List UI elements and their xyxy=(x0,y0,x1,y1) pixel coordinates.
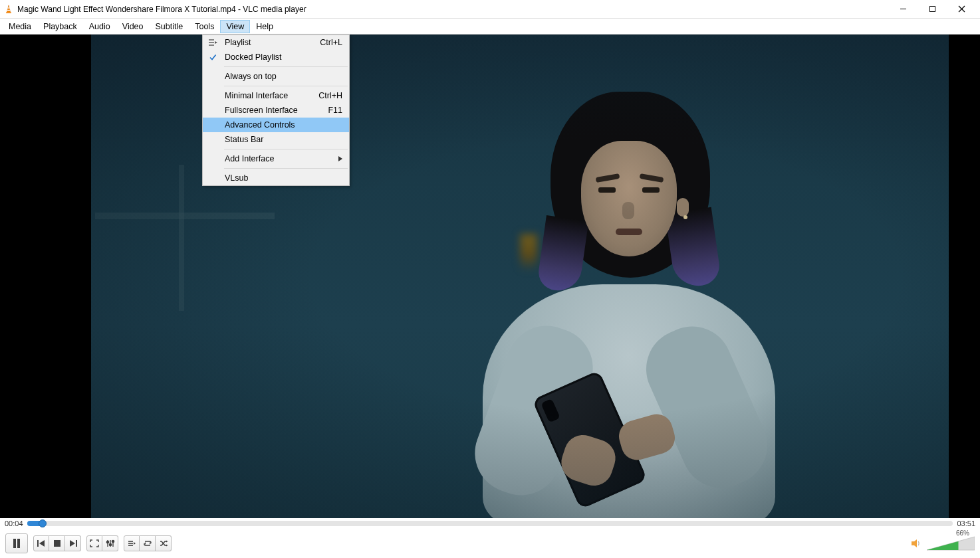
svg-rect-3 xyxy=(6,12,11,13)
svg-point-25 xyxy=(112,540,114,542)
menuitem-minimal-interface-shortcut: Ctrl+H xyxy=(318,91,349,100)
menu-audio[interactable]: Audio xyxy=(83,20,116,33)
menuitem-vlsub-label: VLsub xyxy=(223,173,349,183)
menuitem-playlist-shortcut: Ctrl+L xyxy=(320,38,349,47)
mute-button[interactable] xyxy=(911,539,921,548)
menuitem-vlsub[interactable]: VLsub xyxy=(203,171,349,185)
menuitem-add-interface[interactable]: Add Interface xyxy=(203,151,349,166)
menu-separator xyxy=(224,168,348,169)
stop-button[interactable] xyxy=(49,535,65,551)
svg-rect-14 xyxy=(17,539,20,548)
menu-separator xyxy=(224,66,348,67)
menu-video[interactable]: Video xyxy=(116,20,150,33)
svg-marker-29 xyxy=(134,542,136,545)
svg-rect-15 xyxy=(37,540,39,547)
menuitem-always-on-top[interactable]: Always on top xyxy=(203,69,349,84)
close-button[interactable] xyxy=(947,0,976,19)
fullscreen-button[interactable] xyxy=(86,535,102,551)
extended-settings-button[interactable] xyxy=(102,535,118,551)
svg-marker-11 xyxy=(215,41,217,44)
previous-button[interactable] xyxy=(33,535,49,551)
svg-marker-16 xyxy=(39,540,45,547)
menu-separator xyxy=(224,86,348,86)
next-button[interactable] xyxy=(65,535,81,551)
maximize-button[interactable] xyxy=(918,0,947,19)
nav-button-group xyxy=(33,535,81,551)
playlist-icon xyxy=(203,39,223,46)
svg-marker-0 xyxy=(7,5,10,12)
view-button-group xyxy=(86,535,118,551)
menuitem-docked-playlist[interactable]: Docked Playlist xyxy=(203,50,349,64)
time-elapsed[interactable]: 00:04 xyxy=(5,519,23,527)
svg-rect-17 xyxy=(54,540,61,547)
svg-rect-19 xyxy=(76,540,77,547)
menu-separator xyxy=(224,149,348,149)
menuitem-status-bar-label: Status Bar xyxy=(223,135,349,144)
menuitem-playlist[interactable]: Playlist Ctrl+L xyxy=(203,35,349,50)
playlist-button[interactable] xyxy=(124,535,140,551)
menuitem-fullscreen-interface-label: Fullscreen Interface xyxy=(223,106,328,115)
svg-rect-5 xyxy=(929,7,935,12)
menuitem-status-bar[interactable]: Status Bar xyxy=(203,132,349,147)
loop-button[interactable] xyxy=(140,535,156,551)
menuitem-advanced-controls-label: Advanced Controls xyxy=(223,120,349,130)
menuitem-always-on-top-label: Always on top xyxy=(223,72,349,81)
check-icon xyxy=(203,53,223,61)
minimize-button[interactable] xyxy=(888,0,918,19)
svg-marker-31 xyxy=(166,545,168,547)
svg-marker-32 xyxy=(912,539,917,547)
controls-bar: 66% xyxy=(0,529,980,558)
video-area[interactable] xyxy=(0,35,980,518)
title-bar: Magic Wand Light Effect Wondershare Film… xyxy=(0,0,980,19)
volume-control: 66% xyxy=(927,536,975,551)
pause-button[interactable] xyxy=(5,533,28,553)
menuitem-minimal-interface-label: Minimal Interface xyxy=(223,91,318,100)
menuitem-minimal-interface[interactable]: Minimal Interface Ctrl+H xyxy=(203,88,349,103)
menuitem-fullscreen-interface-shortcut: F11 xyxy=(328,106,349,115)
menuitem-fullscreen-interface[interactable]: Fullscreen Interface F11 xyxy=(203,103,349,118)
menuitem-advanced-controls[interactable]: Advanced Controls xyxy=(203,118,349,132)
svg-marker-12 xyxy=(338,156,342,161)
menu-bar: Media Playback Audio Video Subtitle Tool… xyxy=(0,19,980,35)
seek-thumb[interactable] xyxy=(39,519,47,527)
menu-subtitle[interactable]: Subtitle xyxy=(150,20,189,33)
window-title: Magic Wand Light Effect Wondershare Film… xyxy=(17,5,306,14)
random-button[interactable] xyxy=(156,535,172,551)
svg-rect-2 xyxy=(7,9,11,10)
time-total[interactable]: 03:51 xyxy=(957,519,975,527)
menu-playback[interactable]: Playback xyxy=(37,20,83,33)
seek-row: 00:04 03:51 xyxy=(0,518,980,529)
volume-slider[interactable] xyxy=(927,536,975,551)
svg-marker-18 xyxy=(70,540,75,547)
playlist-button-group xyxy=(124,535,172,551)
svg-point-23 xyxy=(106,541,108,543)
svg-marker-30 xyxy=(166,541,168,543)
menuitem-playlist-label: Playlist xyxy=(223,38,320,47)
menu-help[interactable]: Help xyxy=(250,20,279,33)
vlc-cone-icon xyxy=(4,5,13,14)
menuitem-add-interface-label: Add Interface xyxy=(223,154,349,163)
menu-media[interactable]: Media xyxy=(3,20,37,33)
submenu-arrow-icon xyxy=(338,154,342,163)
menu-tools[interactable]: Tools xyxy=(189,20,220,33)
menu-view[interactable]: View xyxy=(220,20,250,33)
svg-rect-1 xyxy=(7,7,10,8)
svg-rect-13 xyxy=(13,539,16,548)
view-dropdown: Playlist Ctrl+L Docked Playlist Always o… xyxy=(202,35,350,186)
seek-slider[interactable] xyxy=(27,521,953,526)
svg-point-24 xyxy=(109,543,111,545)
menuitem-docked-playlist-label: Docked Playlist xyxy=(223,52,349,62)
